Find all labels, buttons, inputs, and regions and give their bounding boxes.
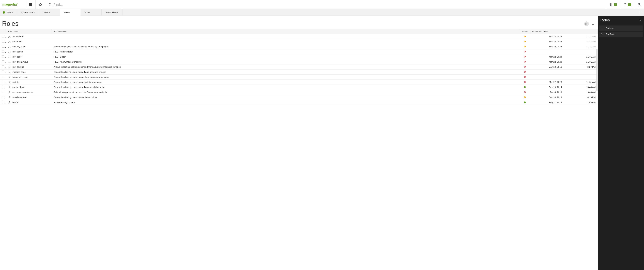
role-name: rest-editor [12,56,22,58]
table-row[interactable]: editorAllows editing contentAug 27, 2013… [0,100,598,105]
svg-marker-10 [39,3,42,6]
close-app-button[interactable] [638,9,644,16]
tasks-button[interactable]: 0 [606,0,620,9]
user-icon [8,71,11,73]
role-full-name [52,34,520,39]
notifications-count: 0 [628,3,631,6]
mod-date: Mar 22, 2023 [530,80,564,85]
mod-time [564,70,598,75]
role-full-name: REST Anonymous Consumer [52,59,520,64]
subnav-tab-roles[interactable]: Roles [60,9,81,16]
table-row[interactable]: workflow-baseBase role allowing users to… [0,95,598,100]
role-full-name: Allows editing content [52,100,520,105]
profile-button[interactable] [634,0,644,9]
role-name: rest-backup [12,66,24,68]
role-full-name: Base role allowing users to read and gen… [52,70,520,75]
mod-date: Mar 22, 2023 [530,34,564,39]
table-row[interactable]: rest-adminREST Administrator [0,49,598,54]
row-checkbox[interactable] [2,35,4,38]
table-row[interactable]: anonymousMar 22, 202311:31 AM [0,34,598,39]
table-row[interactable]: contact-baseBase role allowing users to … [0,85,598,90]
subnav-tab-public-users[interactable]: Public Users [102,9,122,16]
search-input[interactable] [54,3,603,7]
chevron-right-icon[interactable] [639,19,641,22]
logo[interactable]: magnolia® [0,0,26,9]
status-indicator [524,91,526,93]
role-name: contact-base [12,86,25,88]
svg-point-30 [9,56,10,57]
mod-date [530,70,564,75]
row-checkbox[interactable] [2,50,4,53]
mod-date: Dec 4, 2019 [530,90,564,95]
col-header-name[interactable]: Role name [6,29,52,34]
svg-point-31 [9,61,10,62]
scrollbar[interactable] [596,49,598,91]
subnav-tab-groups[interactable]: Groups [39,9,60,16]
svg-point-37 [9,91,10,92]
user-icon [8,40,11,43]
table-row[interactable]: rest-anonymousREST Anonymous ConsumerMar… [0,59,598,64]
svg-point-2 [30,3,31,4]
row-checkbox[interactable] [2,40,4,43]
global-search[interactable] [45,0,606,9]
action-label: Add folder [606,33,615,35]
role-name: security-base [12,45,26,48]
row-checkbox[interactable] [2,91,4,93]
app-tab-users[interactable]: Users [0,9,17,16]
notifications-button[interactable]: 0 [620,0,634,9]
table-row[interactable]: scripterBase role allowing users to use … [0,80,598,85]
mod-time: 11:31 AM [564,80,598,85]
svg-point-27 [9,41,10,42]
mod-date [530,49,564,54]
table-row[interactable]: imaging-baseBase role allowing users to … [0,70,598,75]
table-row[interactable]: rest-backupAllows executing backup comma… [0,64,598,70]
status-indicator [524,101,526,103]
row-checkbox[interactable] [2,45,4,48]
action-add-folder[interactable]: Add folder [599,32,643,37]
mod-date: Mar 22, 2023 [530,54,564,59]
row-checkbox[interactable] [2,60,4,63]
role-name: anonymous [12,35,24,38]
star-icon [39,3,42,6]
row-checkbox[interactable] [2,65,4,68]
subnav-tab-tools[interactable]: Tools [81,9,102,16]
svg-point-4 [29,4,30,5]
col-header-status[interactable]: Status [520,29,530,34]
row-checkbox[interactable] [2,101,4,103]
col-header-date[interactable]: Modification date [530,29,598,34]
status-indicator [524,76,526,78]
action-add-role[interactable]: Add role [599,26,643,31]
role-full-name: Allows executing backup command from a r… [52,64,520,70]
app-launcher-button[interactable] [26,0,36,9]
roles-table: Role name Full role name Status Modifica… [0,29,598,105]
bell-icon [623,3,627,6]
mod-date: Dec 10, 2013 [530,95,564,100]
row-checkbox[interactable] [2,96,4,98]
table-row[interactable]: superuserMar 22, 202311:31 AM [0,39,598,44]
favorite-button[interactable] [36,0,45,9]
user-icon [8,61,11,63]
table-row[interactable]: ecommerce-rest-roleRole allowing users t… [0,90,598,95]
row-checkbox[interactable] [2,71,4,73]
role-name: rest-admin [12,50,23,53]
table-row[interactable]: rest-editorREST EditorMar 22, 202311:31 … [0,54,598,59]
row-checkbox[interactable] [2,86,4,88]
table-row[interactable]: security-baseBase role denying users acc… [0,44,598,49]
role-name: scripter [12,81,20,83]
mod-time: 11:31 AM [564,44,598,49]
status-indicator [524,71,526,73]
mod-time [564,49,598,54]
user-icon [8,81,11,84]
row-checkbox[interactable] [2,81,4,83]
tree-view-button[interactable] [584,22,589,26]
col-header-full[interactable]: Full role name [52,29,520,34]
row-checkbox[interactable] [2,76,4,78]
svg-point-34 [9,76,10,77]
table-row[interactable]: resources-baseBase role allowing users t… [0,75,598,80]
subnav-tab-system-users[interactable]: System Users [17,9,39,16]
close-icon [640,11,642,14]
list-view-button[interactable] [590,22,595,26]
tasks-count: 0 [614,3,617,6]
app-tab-label: Users [7,11,13,14]
row-checkbox[interactable] [2,55,4,58]
